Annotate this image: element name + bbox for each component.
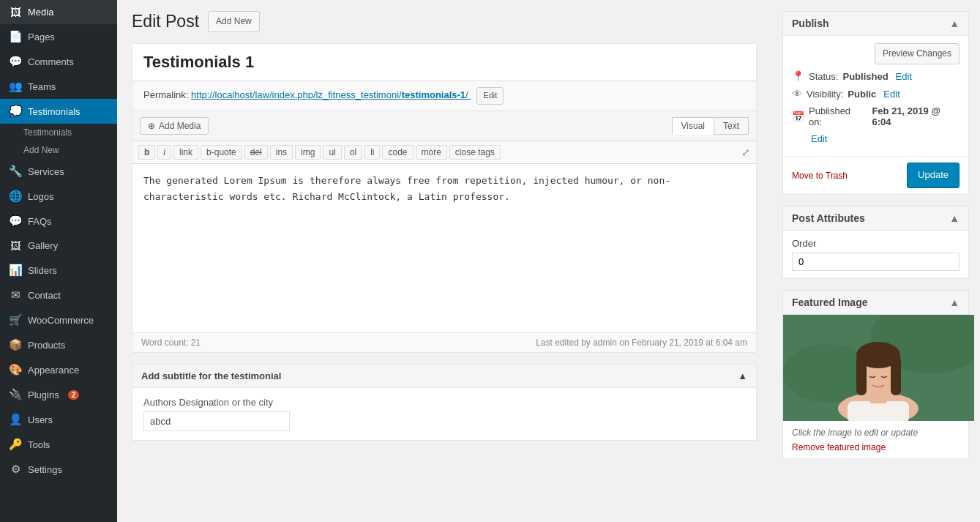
sidebar-item-gallery[interactable]: 🖼 Gallery <box>0 234 117 258</box>
sidebar-item-label: Plugins <box>28 389 59 400</box>
fmt-close-tags[interactable]: close tags <box>449 145 501 160</box>
subtitle-field-input[interactable] <box>143 411 290 431</box>
fmt-ul[interactable]: ul <box>323 145 341 160</box>
preview-changes-button[interactable]: Preview Changes <box>875 43 960 64</box>
move-to-trash-link[interactable]: Move to Trash <box>792 171 848 181</box>
sidebar-item-label: Products <box>28 340 65 351</box>
sidebar-item-media[interactable]: 🖼 Media <box>0 0 117 24</box>
gallery-icon: 🖼 <box>9 239 22 252</box>
publish-toggle-icon[interactable]: ▲ <box>949 18 960 29</box>
editor-status-bar: Word count: 21 Last edited by admin on F… <box>132 332 756 352</box>
visibility-label: Visibility: <box>807 89 843 100</box>
fmt-li[interactable]: li <box>364 145 380 160</box>
update-button[interactable]: Update <box>907 163 960 188</box>
fmt-italic[interactable]: i <box>157 145 171 160</box>
sidebar-item-users[interactable]: 👤 Users <box>0 407 117 432</box>
svg-rect-4 <box>848 401 909 421</box>
fmt-ins[interactable]: ins <box>270 145 293 160</box>
text-tab[interactable]: Text <box>714 117 749 135</box>
sidebar-sub-add-new[interactable]: Add New <box>0 141 117 159</box>
word-count: Word count: 21 <box>141 338 201 348</box>
add-media-button[interactable]: ⊕ Add Media <box>140 117 209 135</box>
sidebar-item-teams[interactable]: 👥 Teams <box>0 74 117 99</box>
sidebar-item-testimonials[interactable]: 💭 Testimonials <box>0 99 117 124</box>
published-on-label: Published on: <box>809 105 864 127</box>
fmt-img[interactable]: img <box>295 145 321 160</box>
sidebar-item-label: Tools <box>28 439 50 450</box>
sidebar-item-label: Logos <box>28 191 53 202</box>
services-icon: 🔧 <box>9 165 22 178</box>
sidebar-item-label: Pages <box>28 31 55 42</box>
fmt-code[interactable]: code <box>382 145 413 160</box>
sidebar-item-settings[interactable]: ⚙ Settings <box>0 457 117 482</box>
published-on-edit-link[interactable]: Edit <box>811 133 827 144</box>
add-new-button[interactable]: Add New <box>208 11 260 32</box>
sidebar-item-label: Media <box>28 7 53 18</box>
subtitle-field-label: Authors Designation or the city <box>143 397 745 408</box>
sidebar-item-tools[interactable]: 🔑 Tools <box>0 432 117 457</box>
featured-image-toggle-icon[interactable]: ▲ <box>949 297 960 308</box>
order-input[interactable] <box>792 253 960 271</box>
subtitle-meta-box: Add subtitle for the testimonial ▲ Autho… <box>132 364 757 441</box>
faqs-icon: 💬 <box>9 215 22 228</box>
contact-icon: ✉ <box>9 288 22 302</box>
post-title-input[interactable] <box>132 44 756 81</box>
sidebar-sub-testimonials[interactable]: Testimonials <box>0 124 117 141</box>
preview-changes-wrapper: Preview Changes <box>792 43 960 64</box>
fmt-bold[interactable]: b <box>138 145 155 160</box>
fmt-bquote[interactable]: b-quote <box>201 145 242 160</box>
visual-tab[interactable]: Visual <box>672 117 714 135</box>
users-icon: 👤 <box>9 413 22 426</box>
sidebar-item-pages[interactable]: 📄 Pages <box>0 24 117 49</box>
sliders-icon: 📊 <box>9 264 22 277</box>
post-attributes-body: Order <box>783 231 968 278</box>
subtitle-meta-box-header[interactable]: Add subtitle for the testimonial ▲ <box>132 365 756 388</box>
sidebar-item-woocommerce[interactable]: 🛒 WooCommerce <box>0 307 117 332</box>
sidebar-item-logos[interactable]: 🌐 Logos <box>0 184 117 209</box>
sidebar-item-label: Contact <box>28 290 61 301</box>
fmt-del[interactable]: del <box>244 145 268 160</box>
sidebar-item-plugins[interactable]: 🔌 Plugins 2 <box>0 382 117 407</box>
teams-icon: 👥 <box>9 80 22 93</box>
status-label: Status: <box>809 71 838 82</box>
sidebar: 🖼 Media 📄 Pages 💬 Comments 👥 Teams 💭 Tes… <box>0 0 117 522</box>
permalink-edit-button[interactable]: Edit <box>476 87 504 105</box>
permalink-row: Permalink: http://localhost/law/index.ph… <box>132 81 756 111</box>
sidebar-item-contact[interactable]: ✉ Contact <box>0 283 117 307</box>
expand-editor-button[interactable]: ⤢ <box>741 146 750 158</box>
permalink-link[interactable]: http://localhost/law/index.php/lz_fitnes… <box>191 89 471 100</box>
fmt-more[interactable]: more <box>416 145 447 160</box>
sidebar-item-label: Settings <box>28 464 62 475</box>
fmt-ol[interactable]: ol <box>344 145 362 160</box>
last-edited: Last edited by admin on February 21, 201… <box>536 338 747 348</box>
right-sidebar: Publish ▲ Preview Changes 📍 Status: Publ… <box>771 0 980 522</box>
status-icon: 📍 <box>792 70 804 82</box>
settings-icon: ⚙ <box>9 463 22 476</box>
remove-featured-image-link[interactable]: Remove featured image <box>783 442 968 458</box>
sidebar-item-appearance[interactable]: 🎨 Appearance <box>0 357 117 382</box>
editor-content-area[interactable]: The generated Lorem Ipsum is therefore a… <box>132 164 756 332</box>
visibility-row: 👁 Visibility: Public Edit <box>792 88 960 100</box>
sidebar-item-label: Users <box>28 414 53 425</box>
comments-icon: 💬 <box>9 55 22 68</box>
sidebar-item-faqs[interactable]: 💬 FAQs <box>0 209 117 234</box>
featured-image-wrap[interactable] <box>783 315 968 423</box>
sidebar-item-sliders[interactable]: 📊 Sliders <box>0 258 117 283</box>
fmt-link[interactable]: link <box>173 145 198 160</box>
status-edit-link[interactable]: Edit <box>896 71 912 82</box>
logos-icon: 🌐 <box>9 190 22 203</box>
sidebar-item-products[interactable]: 📦 Products <box>0 332 117 357</box>
status-value: Published <box>842 71 888 82</box>
sidebar-item-services[interactable]: 🔧 Services <box>0 159 117 184</box>
editor-box: Permalink: http://localhost/law/index.ph… <box>132 43 757 353</box>
sidebar-item-comments[interactable]: 💬 Comments <box>0 49 117 74</box>
page-title-row: Edit Post Add New <box>132 11 757 32</box>
visibility-edit-link[interactable]: Edit <box>883 89 899 100</box>
editor-format-bar: b i link b-quote del ins img ul ol li co… <box>132 141 756 164</box>
sidebar-item-label: WooCommerce <box>28 315 94 326</box>
featured-image[interactable] <box>783 315 974 421</box>
order-label: Order <box>792 238 816 249</box>
visibility-value: Public <box>848 89 876 100</box>
testimonials-icon: 💭 <box>9 105 22 118</box>
post-attributes-toggle-icon[interactable]: ▲ <box>949 212 960 224</box>
